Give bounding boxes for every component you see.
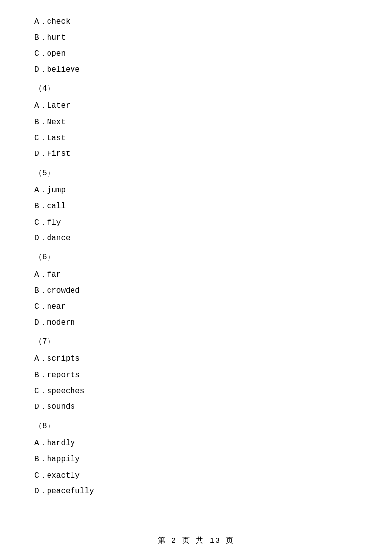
page-footer: 第 2 页 共 13 页 <box>0 536 392 545</box>
list-item: A．jump <box>34 183 358 198</box>
group-label-5: （8） <box>34 419 358 433</box>
list-item: D．modern <box>34 316 358 330</box>
list-item: C．exactly <box>34 469 358 483</box>
list-item: A．hardly <box>34 436 358 451</box>
list-item: B．hurt <box>34 31 358 45</box>
list-item: B．call <box>34 200 358 214</box>
main-content: A．checkB．hurtC．openD．believe（4）A．LaterB．… <box>0 0 392 530</box>
list-item: B．happily <box>34 453 358 467</box>
list-item: C．speeches <box>34 384 358 399</box>
list-item: A．far <box>34 268 358 282</box>
list-item: C．fly <box>34 216 358 230</box>
list-item: D．First <box>34 147 358 161</box>
list-item: B．Next <box>34 115 358 129</box>
list-item: D．peacefully <box>34 484 358 499</box>
list-item: D．believe <box>34 63 358 77</box>
list-item: A．check <box>34 15 358 29</box>
footer-text: 第 2 页 共 13 页 <box>158 537 234 545</box>
group-label-4: （7） <box>34 335 358 349</box>
list-item: C．near <box>34 300 358 314</box>
list-item: A．Later <box>34 99 358 113</box>
list-item: A．scripts <box>34 352 358 366</box>
group-label-1: （4） <box>34 82 358 96</box>
list-item: D．dance <box>34 231 358 246</box>
list-item: C．Last <box>34 131 358 146</box>
list-item: D．sounds <box>34 400 358 414</box>
list-item: C．open <box>34 47 358 61</box>
group-label-2: （5） <box>34 166 358 180</box>
group-label-3: （6） <box>34 251 358 265</box>
list-item: B．crowded <box>34 284 358 298</box>
list-item: B．reports <box>34 368 358 382</box>
